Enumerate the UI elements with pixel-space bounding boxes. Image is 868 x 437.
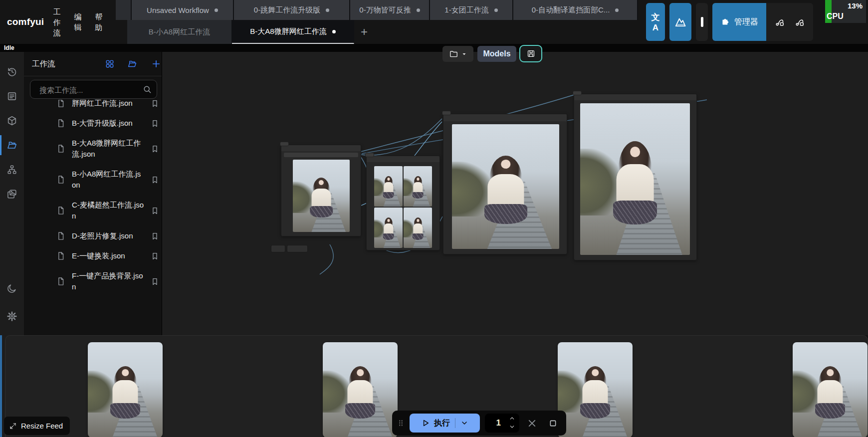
decrement-button[interactable]	[507, 423, 517, 432]
browse-workflows-button[interactable]	[127, 59, 137, 69]
mixlab-button[interactable]	[669, 3, 691, 41]
node-title-bar[interactable]	[281, 145, 361, 151]
tab-label: 0-自动翻译遮挡面部C...	[532, 5, 610, 15]
drag-handle-icon[interactable]	[397, 416, 405, 431]
sidebar-item-model-library[interactable]	[0, 109, 24, 133]
node-title-bar[interactable]	[574, 94, 696, 100]
bookmark-icon[interactable]	[150, 175, 160, 185]
new-tab-button[interactable]: +	[354, 20, 374, 44]
workflow-tab[interactable]: 0-万物皆可反推	[350, 0, 430, 20]
sidebar-item-history[interactable]	[0, 60, 24, 84]
node-preview-image	[293, 160, 350, 232]
workflow-node[interactable]	[366, 156, 440, 250]
feed-image[interactable]	[793, 342, 868, 437]
collapsed-node[interactable]	[365, 153, 374, 157]
workflow-tabs-row1: Unsaved Workflow0-跳舞工作流升级版0-万物皆可反推1-女团工作…	[116, 0, 638, 20]
photo-art-skirt	[110, 403, 140, 419]
free-memory-button[interactable]	[771, 3, 788, 41]
bookmark-icon[interactable]	[150, 206, 160, 216]
increment-button[interactable]	[507, 415, 517, 423]
sidebar-item-image-gallery[interactable]	[0, 182, 24, 206]
collapsed-node[interactable]	[280, 142, 289, 146]
node-widget-pill[interactable]	[287, 245, 308, 252]
workflow-file-item[interactable]: D-老照片修复.json	[24, 226, 162, 246]
collapsed-node[interactable]	[442, 111, 451, 115]
feed-image[interactable]	[558, 342, 633, 437]
translate-button[interactable]: 文A	[646, 3, 665, 41]
node-title-bar[interactable]	[367, 156, 439, 162]
bookmark-icon[interactable]	[150, 231, 160, 241]
translate-icon: 文A	[651, 11, 660, 33]
stop-button[interactable]	[545, 414, 561, 433]
bookmark-icon[interactable]	[150, 119, 160, 128]
workflow-file-item[interactable]: E-一键换装.json	[24, 246, 162, 266]
new-workflow-button[interactable]	[151, 59, 161, 69]
photo-art-face	[827, 369, 834, 376]
sidebar-item-workflows[interactable]	[0, 133, 24, 157]
workflow-folder-dropdown[interactable]	[442, 46, 473, 62]
close-icon	[527, 418, 537, 429]
workflow-file-item[interactable]: B-大A8微胖网红工作流.json	[24, 133, 162, 164]
workflow-search-input[interactable]	[38, 80, 140, 99]
bookmark-icon[interactable]	[150, 100, 160, 108]
bookmark-icon[interactable]	[150, 251, 160, 261]
workflow-tab[interactable]: B-小A8网红工作流	[127, 20, 232, 44]
workflow-file-item[interactable]: B-大雷升级版.json	[24, 113, 162, 133]
workflow-tab[interactable]: 1-女团工作流	[430, 0, 513, 20]
workflow-file-name: 胖网红工作流.json	[72, 100, 144, 109]
collapsed-node[interactable]	[573, 91, 582, 95]
chevron-down-icon[interactable]	[460, 419, 468, 427]
workflow-file-item[interactable]: B-小A8网红工作流.json	[24, 164, 162, 195]
menu-edit[interactable]: 编辑	[73, 11, 83, 32]
sidebar-item-node-library[interactable]	[0, 158, 24, 182]
node-title-bar[interactable]	[443, 114, 567, 121]
workflow-node[interactable]	[574, 94, 697, 260]
stop-square-icon	[548, 419, 558, 428]
floppy-save-icon	[526, 49, 536, 58]
node-widget-pill[interactable]	[271, 245, 285, 252]
workflow-tab[interactable]: Unsaved Workflow	[132, 0, 234, 20]
menu-help[interactable]: 帮助	[94, 11, 104, 32]
workflow-file-item[interactable]: F-一键产品换背景.json	[24, 266, 162, 297]
node-widget[interactable]	[284, 153, 358, 157]
bookmark-icon[interactable]	[150, 277, 160, 286]
resize-feed-button[interactable]: Resize Feed	[4, 417, 70, 435]
sidebar-item-theme-toggle[interactable]	[0, 276, 24, 300]
workflow-tab[interactable]: 0-跳舞工作流升级版	[234, 0, 350, 20]
photo-art-skirt	[484, 204, 527, 224]
photo-art-skirt	[383, 233, 394, 240]
collapsed-toolbar-button[interactable]	[696, 3, 708, 41]
batch-count-value[interactable]: 1	[490, 418, 507, 428]
sidebar-item-queue[interactable]	[0, 84, 24, 108]
free-memory-unload-button[interactable]	[791, 3, 808, 41]
node-canvas[interactable]	[162, 52, 868, 335]
file-icon	[56, 276, 66, 286]
manager-button[interactable]: 管理器	[712, 3, 766, 41]
photo-art-blouse	[348, 380, 373, 406]
bookmark-icon[interactable]	[150, 144, 160, 154]
photo-art-skirt	[815, 403, 845, 419]
grid-view-button[interactable]	[105, 59, 115, 69]
vacuum-icon	[794, 15, 805, 28]
workflow-file-name: B-小A8网红工作流.json	[72, 169, 144, 191]
settings-icon	[6, 311, 17, 322]
vertical-bar-icon	[701, 17, 703, 27]
workflow-node[interactable]	[443, 114, 567, 254]
feed-image[interactable]	[88, 342, 163, 437]
workflow-tab[interactable]: 0-自动翻译遮挡面部C...	[513, 0, 638, 20]
workflow-tab-active[interactable]: B-大A8微胖网红工作流	[232, 20, 354, 44]
workflow-node[interactable]	[281, 145, 361, 236]
models-button[interactable]: Models	[477, 46, 516, 62]
photo-art-skirt	[412, 233, 424, 240]
sidebar-item-settings[interactable]	[0, 304, 24, 328]
save-workflow-button[interactable]	[519, 45, 542, 62]
workflow-file-item[interactable]: C-麦橘超然工作流.json	[24, 195, 162, 226]
run-button[interactable]: 执行	[410, 414, 480, 433]
top-bar: comfyui 工作流编辑帮助 Unsaved Workflow0-跳舞工作流升…	[0, 0, 868, 44]
feed-image[interactable]	[323, 342, 398, 437]
comfyui-app: comfyui 工作流编辑帮助 Unsaved Workflow0-跳舞工作流升…	[0, 0, 868, 437]
menu-workflow[interactable]: 工作流	[52, 6, 62, 38]
workflow-file-item[interactable]: 胖网红工作流.json	[24, 100, 162, 113]
cancel-button[interactable]	[524, 414, 540, 433]
manager-label: 管理器	[734, 17, 758, 27]
